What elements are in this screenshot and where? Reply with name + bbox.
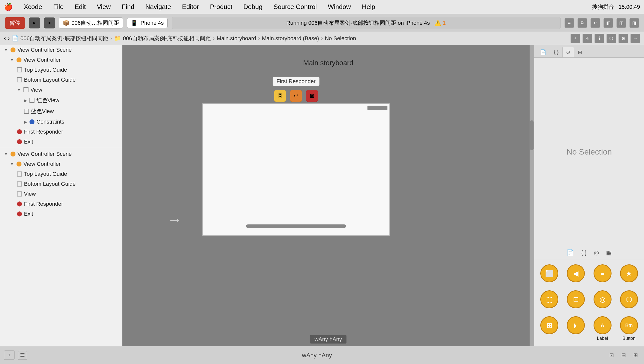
lib-item-8[interactable]: ⊞ bbox=[537, 314, 561, 343]
view-1[interactable]: ▼ View bbox=[0, 85, 122, 95]
bottom-layout-label-1: Bottom Layout Guide bbox=[24, 77, 76, 83]
top-layout-guide-2[interactable]: Top Layout Guide bbox=[0, 169, 122, 179]
size-class-width-icon[interactable]: ⊡ bbox=[607, 351, 616, 360]
add-file-button[interactable]: + bbox=[570, 34, 580, 43]
menu-xcode[interactable]: Xcode bbox=[22, 2, 44, 12]
lib-item-6[interactable]: ◎ bbox=[590, 288, 614, 312]
breadcrumb-item-2[interactable]: Main.storyboard bbox=[217, 35, 256, 42]
breadcrumb-item-3[interactable]: Main.storyboard (Base) bbox=[262, 35, 319, 42]
first-responder-2[interactable]: First Responder bbox=[0, 199, 122, 209]
tab-code[interactable]: { } bbox=[550, 47, 562, 58]
lib-item-7[interactable]: ⬡ bbox=[617, 288, 641, 312]
issues-button[interactable]: ⚠ bbox=[582, 34, 592, 43]
exit-1-icon bbox=[17, 139, 22, 144]
menu-help[interactable]: Help bbox=[360, 2, 377, 12]
lib-icon-7: ⬡ bbox=[620, 290, 638, 308]
menu-navigate[interactable]: Navigate bbox=[143, 2, 173, 12]
constraints-label: Constraints bbox=[37, 118, 64, 125]
vc-first-responder-icon[interactable]: ↩ bbox=[290, 90, 302, 102]
run-target-selector[interactable]: 📱 iPhone 4s bbox=[127, 18, 168, 28]
lib-item-2[interactable]: ≡ bbox=[590, 262, 614, 286]
bottom-layout-guide-1[interactable]: Bottom Layout Guide bbox=[0, 75, 122, 85]
menu-editor[interactable]: Editor bbox=[180, 2, 201, 12]
lib-item-4[interactable]: ⬚ bbox=[537, 288, 561, 312]
toolbar: 暂停 ▶ ■ 📦 006自动…相同间距 📱 iPhone 4s Running … bbox=[0, 14, 644, 32]
exit-2-icon bbox=[17, 212, 22, 216]
menu-product[interactable]: Product bbox=[208, 2, 234, 12]
top-layout-label-1: Top Layout Guide bbox=[24, 67, 67, 73]
breadcrumb-item-1[interactable]: 006自动布局案例-底部按钮相同间距 bbox=[123, 35, 211, 42]
play-button[interactable]: ▶ bbox=[29, 18, 40, 28]
tab-layers[interactable]: ⊞ bbox=[574, 47, 586, 58]
first-responder-1-icon bbox=[17, 129, 22, 134]
blue-view-1[interactable]: 蓝色View bbox=[0, 106, 122, 117]
vc-2[interactable]: ▼ View Controller bbox=[0, 159, 122, 169]
tab-circle[interactable]: ⊙ bbox=[562, 47, 574, 58]
navigate-forward-button[interactable]: → bbox=[630, 34, 640, 43]
stop-button[interactable]: ■ bbox=[44, 18, 55, 28]
scroll-indicator bbox=[246, 224, 346, 228]
lib-item-button[interactable]: Btn Button bbox=[617, 314, 641, 343]
vc-frame[interactable] bbox=[202, 103, 390, 236]
navigator-toggle[interactable]: ☰ bbox=[18, 351, 27, 360]
exit-1[interactable]: Exit bbox=[0, 137, 122, 147]
lib-item-9[interactable]: ⏵ bbox=[564, 314, 588, 343]
red-view-1[interactable]: ▶ 红色View bbox=[0, 95, 122, 106]
canvas-zoom-icon[interactable]: ⊞ bbox=[631, 351, 640, 360]
pause-button[interactable]: 暂停 bbox=[5, 17, 25, 29]
scene-2-header[interactable]: ▼ View Controller Scene bbox=[0, 149, 122, 159]
scroll-thumb[interactable] bbox=[530, 120, 534, 150]
lib-tab-braces[interactable]: { } bbox=[580, 248, 588, 257]
lib-tab-circle[interactable]: ◎ bbox=[593, 248, 600, 257]
nav-forward[interactable]: › bbox=[8, 35, 10, 42]
file-info-button[interactable]: ℹ bbox=[594, 34, 604, 43]
menu-debug[interactable]: Debug bbox=[241, 2, 265, 12]
nav-back[interactable]: ‹ bbox=[4, 35, 6, 42]
breadcrumb-item-0[interactable]: 006自动布局案例-底部按钮相同间距 bbox=[21, 35, 108, 42]
warning-badge[interactable]: ⚠️ 1 bbox=[434, 20, 446, 26]
add-constraint-button[interactable]: + bbox=[4, 350, 15, 360]
tab-file[interactable]: 📄 bbox=[536, 47, 550, 58]
vc-exit-icon[interactable]: ⊠ bbox=[306, 90, 318, 102]
editor-mode-standard[interactable]: ≡ bbox=[564, 18, 574, 28]
lib-item-0[interactable]: ⬜ bbox=[537, 262, 561, 286]
menu-view[interactable]: View bbox=[95, 2, 113, 12]
bottom-layout-guide-2[interactable]: Bottom Layout Guide bbox=[0, 179, 122, 189]
scene-1-header[interactable]: ▼ View Controller Scene bbox=[0, 45, 122, 55]
jump-bar-button[interactable]: ⬡ bbox=[606, 34, 616, 43]
bottom-bar: + ☰ wAny hAny ⊡ ⊟ ⊞ bbox=[0, 346, 644, 364]
constraints-1[interactable]: ▶ Constraints bbox=[0, 117, 122, 127]
view-utilities[interactable]: ◨ bbox=[629, 18, 639, 28]
view-navigator[interactable]: ◧ bbox=[603, 18, 613, 28]
apple-menu[interactable]: 🍎 bbox=[4, 3, 13, 11]
top-layout-guide-1[interactable]: Top Layout Guide bbox=[0, 65, 122, 75]
first-responder-1-label: First Responder bbox=[24, 128, 63, 135]
view-2[interactable]: View bbox=[0, 189, 122, 199]
lib-tab-file[interactable]: 📄 bbox=[565, 248, 575, 257]
canvas[interactable]: Main storyboard → First Responder 🎛 ↩ ⊠ bbox=[122, 45, 534, 346]
breadcrumb-item-4[interactable]: No Selection bbox=[325, 35, 356, 42]
vc-scene-icon[interactable]: 🎛 bbox=[274, 90, 286, 102]
lib-item-3[interactable]: ★ bbox=[617, 262, 641, 286]
first-responder-1[interactable]: First Responder bbox=[0, 127, 122, 137]
menu-file[interactable]: File bbox=[51, 2, 66, 12]
vc-1[interactable]: ▼ View Controller bbox=[0, 55, 122, 65]
canvas-scrollbar[interactable] bbox=[530, 45, 534, 346]
editor-mode-version[interactable]: ↩ bbox=[590, 18, 600, 28]
counterpart-button[interactable]: ⊕ bbox=[618, 34, 628, 43]
lib-item-5[interactable]: ⊡ bbox=[564, 288, 588, 312]
view-debug[interactable]: ◫ bbox=[616, 18, 626, 28]
menu-edit[interactable]: Edit bbox=[73, 2, 88, 12]
scheme-selector[interactable]: 📦 006自动…相同间距 bbox=[59, 18, 123, 28]
menu-source-control[interactable]: Source Control bbox=[272, 2, 319, 12]
size-class-height-icon[interactable]: ⊟ bbox=[619, 351, 628, 360]
menu-find[interactable]: Find bbox=[120, 2, 136, 12]
device-icon: 📱 bbox=[131, 20, 137, 26]
lib-item-label[interactable]: A Label bbox=[590, 314, 614, 343]
lib-icon-4: ⬚ bbox=[540, 290, 558, 308]
lib-tab-layers[interactable]: ▦ bbox=[605, 248, 613, 257]
editor-mode-assistant[interactable]: ⧉ bbox=[577, 18, 587, 28]
exit-2[interactable]: Exit bbox=[0, 209, 122, 219]
lib-item-1[interactable]: ◀ bbox=[564, 262, 588, 286]
menu-window[interactable]: Window bbox=[326, 2, 353, 12]
